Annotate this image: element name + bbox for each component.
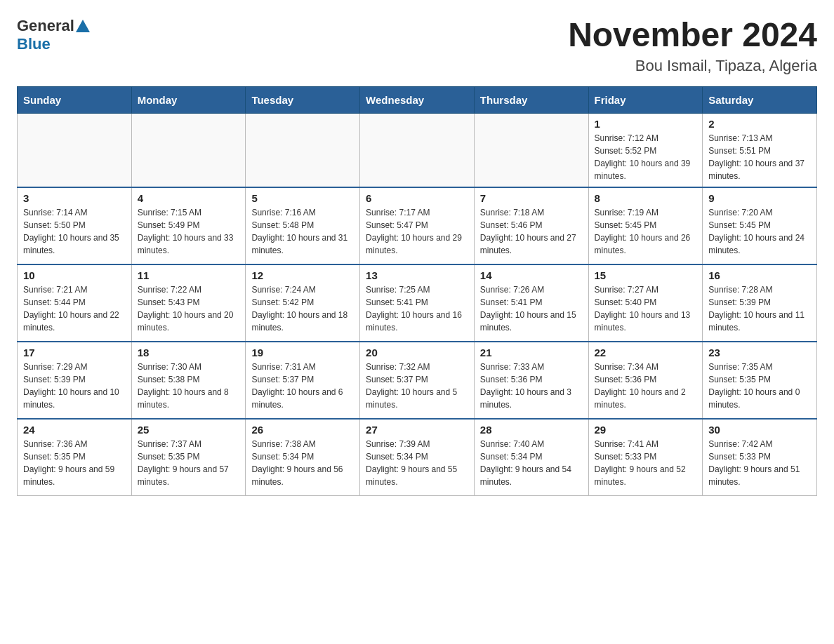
table-row: 24Sunrise: 7:36 AMSunset: 5:35 PMDayligh… [18,419,132,496]
logo: General Blue [17,17,91,53]
table-row: 27Sunrise: 7:39 AMSunset: 5:34 PMDayligh… [360,419,475,496]
day-number: 21 [480,347,583,358]
table-row: 17Sunrise: 7:29 AMSunset: 5:39 PMDayligh… [18,342,132,419]
day-number: 16 [708,269,811,281]
table-row: 25Sunrise: 7:37 AMSunset: 5:35 PMDayligh… [131,419,246,496]
logo-blue-text: Blue [17,35,51,53]
day-info: Sunrise: 7:36 AMSunset: 5:35 PMDaylight:… [23,438,126,488]
day-number: 8 [595,192,697,204]
calendar-week-row: 10Sunrise: 7:21 AMSunset: 5:44 PMDayligh… [18,264,817,342]
day-info: Sunrise: 7:39 AMSunset: 5:34 PMDaylight:… [366,438,468,488]
table-row: 5Sunrise: 7:16 AMSunset: 5:48 PMDaylight… [246,187,360,264]
day-number: 28 [480,424,583,436]
header-friday: Friday [588,86,703,113]
day-info: Sunrise: 7:28 AMSunset: 5:39 PMDaylight:… [708,283,811,334]
logo-general-text: General [17,17,74,35]
calendar-week-row: 3Sunrise: 7:14 AMSunset: 5:50 PMDaylight… [18,187,817,264]
day-number: 10 [23,269,126,281]
table-row: 12Sunrise: 7:24 AMSunset: 5:42 PMDayligh… [246,264,360,342]
calendar-table: Sunday Monday Tuesday Wednesday Thursday… [17,86,817,497]
table-row: 10Sunrise: 7:21 AMSunset: 5:44 PMDayligh… [18,264,132,342]
logo-triangle-icon [76,20,90,32]
day-number: 19 [251,347,354,358]
table-row: 29Sunrise: 7:41 AMSunset: 5:33 PMDayligh… [588,419,703,496]
day-number: 15 [595,269,697,281]
table-row: 26Sunrise: 7:38 AMSunset: 5:34 PMDayligh… [246,419,360,496]
table-row: 16Sunrise: 7:28 AMSunset: 5:39 PMDayligh… [703,264,817,342]
day-info: Sunrise: 7:21 AMSunset: 5:44 PMDaylight:… [23,283,126,334]
day-info: Sunrise: 7:33 AMSunset: 5:36 PMDaylight:… [480,361,583,411]
table-row: 18Sunrise: 7:30 AMSunset: 5:38 PMDayligh… [131,342,246,419]
page-header: General Blue November 2024 Bou Ismail, T… [17,17,817,75]
title-block: November 2024 Bou Ismail, Tipaza, Algeri… [568,17,817,75]
table-row: 4Sunrise: 7:15 AMSunset: 5:49 PMDaylight… [131,187,246,264]
day-number: 11 [138,269,240,281]
day-number: 5 [251,192,354,204]
day-info: Sunrise: 7:20 AMSunset: 5:45 PMDaylight:… [708,206,811,257]
header-monday: Monday [131,86,246,113]
day-number: 2 [708,118,811,130]
day-info: Sunrise: 7:16 AMSunset: 5:48 PMDaylight:… [251,206,354,257]
table-row: 14Sunrise: 7:26 AMSunset: 5:41 PMDayligh… [474,264,588,342]
table-row: 6Sunrise: 7:17 AMSunset: 5:47 PMDaylight… [360,187,475,264]
day-number: 30 [708,424,811,436]
day-number: 3 [23,192,126,204]
table-row: 13Sunrise: 7:25 AMSunset: 5:41 PMDayligh… [360,264,475,342]
table-row: 22Sunrise: 7:34 AMSunset: 5:36 PMDayligh… [588,342,703,419]
day-info: Sunrise: 7:40 AMSunset: 5:34 PMDaylight:… [480,438,583,488]
day-number: 13 [366,269,468,281]
day-info: Sunrise: 7:42 AMSunset: 5:33 PMDaylight:… [708,438,811,488]
day-info: Sunrise: 7:30 AMSunset: 5:38 PMDaylight:… [138,361,240,411]
table-row [18,113,132,187]
day-number: 9 [708,192,811,204]
day-number: 23 [708,347,811,358]
table-row: 28Sunrise: 7:40 AMSunset: 5:34 PMDayligh… [474,419,588,496]
day-number: 20 [366,347,468,358]
table-row: 19Sunrise: 7:31 AMSunset: 5:37 PMDayligh… [246,342,360,419]
day-info: Sunrise: 7:18 AMSunset: 5:46 PMDaylight:… [480,206,583,257]
day-number: 1 [595,118,697,130]
table-row [246,113,360,187]
table-row: 8Sunrise: 7:19 AMSunset: 5:45 PMDaylight… [588,187,703,264]
day-info: Sunrise: 7:14 AMSunset: 5:50 PMDaylight:… [23,206,126,257]
day-info: Sunrise: 7:25 AMSunset: 5:41 PMDaylight:… [366,283,468,334]
day-info: Sunrise: 7:22 AMSunset: 5:43 PMDaylight:… [138,283,240,334]
header-tuesday: Tuesday [246,86,360,113]
calendar-week-row: 1Sunrise: 7:12 AMSunset: 5:52 PMDaylight… [18,113,817,187]
header-saturday: Saturday [703,86,817,113]
weekday-header-row: Sunday Monday Tuesday Wednesday Thursday… [18,86,817,113]
table-row: 15Sunrise: 7:27 AMSunset: 5:40 PMDayligh… [588,264,703,342]
calendar-title: November 2024 [568,17,817,54]
calendar-subtitle: Bou Ismail, Tipaza, Algeria [568,57,817,75]
day-number: 27 [366,424,468,436]
table-row [474,113,588,187]
day-info: Sunrise: 7:32 AMSunset: 5:37 PMDaylight:… [366,361,468,411]
table-row: 2Sunrise: 7:13 AMSunset: 5:51 PMDaylight… [703,113,817,187]
day-info: Sunrise: 7:31 AMSunset: 5:37 PMDaylight:… [251,361,354,411]
calendar-week-row: 24Sunrise: 7:36 AMSunset: 5:35 PMDayligh… [18,419,817,496]
day-info: Sunrise: 7:35 AMSunset: 5:35 PMDaylight:… [708,361,811,411]
table-row: 30Sunrise: 7:42 AMSunset: 5:33 PMDayligh… [703,419,817,496]
table-row: 1Sunrise: 7:12 AMSunset: 5:52 PMDaylight… [588,113,703,187]
header-wednesday: Wednesday [360,86,475,113]
day-number: 6 [366,192,468,204]
day-info: Sunrise: 7:29 AMSunset: 5:39 PMDaylight:… [23,361,126,411]
day-number: 25 [138,424,240,436]
day-number: 26 [251,424,354,436]
day-info: Sunrise: 7:17 AMSunset: 5:47 PMDaylight:… [366,206,468,257]
table-row: 7Sunrise: 7:18 AMSunset: 5:46 PMDaylight… [474,187,588,264]
table-row: 20Sunrise: 7:32 AMSunset: 5:37 PMDayligh… [360,342,475,419]
day-number: 4 [138,192,240,204]
day-number: 12 [251,269,354,281]
day-number: 22 [595,347,697,358]
day-info: Sunrise: 7:13 AMSunset: 5:51 PMDaylight:… [708,132,811,182]
day-info: Sunrise: 7:37 AMSunset: 5:35 PMDaylight:… [138,438,240,488]
day-number: 24 [23,424,126,436]
day-info: Sunrise: 7:24 AMSunset: 5:42 PMDaylight:… [251,283,354,334]
day-number: 18 [138,347,240,358]
table-row: 9Sunrise: 7:20 AMSunset: 5:45 PMDaylight… [703,187,817,264]
day-info: Sunrise: 7:27 AMSunset: 5:40 PMDaylight:… [595,283,697,334]
table-row [360,113,475,187]
table-row: 11Sunrise: 7:22 AMSunset: 5:43 PMDayligh… [131,264,246,342]
day-number: 7 [480,192,583,204]
